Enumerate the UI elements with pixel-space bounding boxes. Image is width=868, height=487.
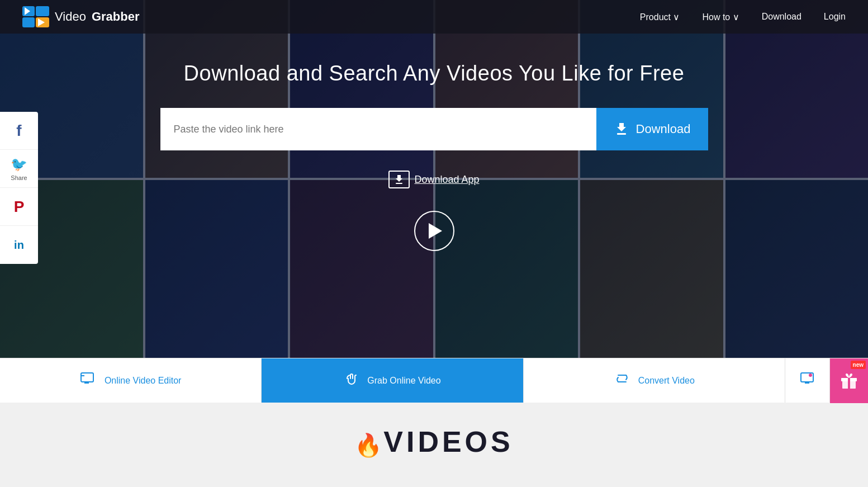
convert-icon: [614, 371, 630, 390]
download-button[interactable]: Download: [596, 108, 708, 150]
social-linkedin[interactable]: in: [0, 226, 38, 264]
convert-label: Convert Video: [638, 376, 695, 386]
videos-section: 🔥 VIDEOS: [0, 403, 868, 481]
share-label: Share: [11, 174, 27, 181]
gift-icon: [840, 372, 858, 390]
bottom-item-convert[interactable]: Convert Video: [524, 358, 785, 403]
nav-links: Product ∨ How to ∨ Download Login: [640, 12, 846, 22]
flame-icon: 🔥: [354, 432, 386, 458]
linkedin-icon: in: [14, 239, 24, 252]
gift-button[interactable]: new: [830, 358, 868, 403]
bottom-item-grab[interactable]: Grab Online Video: [262, 358, 523, 403]
nav-howto[interactable]: How to ∨: [702, 12, 739, 22]
social-facebook[interactable]: f: [0, 112, 38, 150]
logo-video-text: Video: [55, 10, 86, 24]
editor-label: Online Video Editor: [105, 376, 182, 386]
svg-rect-18: [848, 378, 850, 389]
editor-icon: [80, 371, 97, 390]
svg-rect-8: [81, 373, 93, 382]
twitter-icon: 🐦: [11, 157, 27, 172]
social-pinterest[interactable]: P: [0, 188, 38, 226]
navbar: Video Grabber Product ∨ How to ∨ Downloa…: [0, 0, 868, 34]
download-app-box-icon: [388, 171, 410, 188]
hero-content: Download and Search Any Videos You Like …: [0, 0, 868, 251]
nav-product[interactable]: Product ∨: [640, 12, 680, 22]
search-bar: Download: [160, 108, 708, 150]
download-app-icon: [393, 174, 405, 185]
social-sidebar: f 🐦 Share P in: [0, 112, 38, 264]
videos-title: 🔥 VIDEOS: [354, 425, 514, 458]
svg-rect-7: [396, 183, 402, 184]
download-app-label: Download App: [414, 174, 479, 186]
facebook-icon: f: [16, 122, 21, 140]
svg-rect-6: [617, 133, 626, 135]
hero-title: Download and Search Any Videos You Like …: [184, 62, 685, 86]
gift-new-badge: new: [851, 361, 866, 369]
video-url-input[interactable]: [160, 108, 596, 150]
download-app-link[interactable]: Download App: [388, 171, 479, 188]
bottom-bar: Online Video Editor Grab Online Video Co…: [0, 358, 868, 403]
bottom-item-screen[interactable]: [785, 358, 830, 403]
videos-label: VIDEOS: [383, 425, 514, 458]
nav-login[interactable]: Login: [824, 12, 846, 22]
pinterest-icon: P: [14, 198, 25, 216]
play-button[interactable]: [414, 211, 454, 251]
bottom-item-editor[interactable]: Online Video Editor: [0, 358, 262, 403]
grab-icon: [344, 371, 359, 390]
svg-rect-2: [36, 6, 49, 16]
social-twitter[interactable]: 🐦 Share: [0, 150, 38, 188]
download-btn-label: Download: [636, 122, 691, 136]
svg-point-15: [809, 373, 812, 377]
nav-download[interactable]: Download: [762, 12, 801, 22]
logo-grabber-text: Grabber: [92, 10, 140, 24]
download-icon: [614, 121, 629, 137]
logo[interactable]: Video Grabber: [22, 6, 139, 27]
grab-label: Grab Online Video: [367, 376, 440, 386]
play-triangle-icon: [429, 223, 442, 239]
hero-section: f 🐦 Share P in Download and Search Any V…: [0, 0, 868, 358]
screen-icon: [799, 371, 815, 390]
svg-rect-1: [22, 17, 35, 27]
logo-icon: [22, 6, 49, 27]
